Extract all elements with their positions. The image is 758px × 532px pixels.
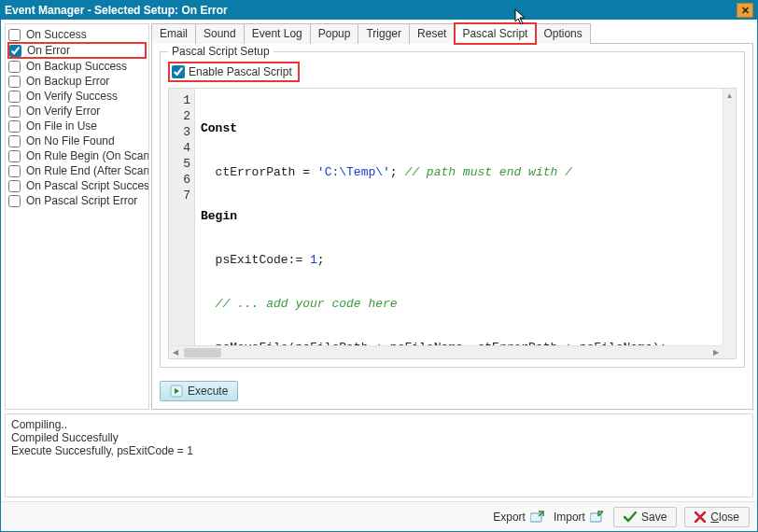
sidebar-item-on-file-in-use[interactable]: On File in Use [7,119,147,133]
sidebar-item-on-rule-begin-on-scan-[interactable]: On Rule Begin (On Scan) [7,148,147,163]
sidebar-item-on-backup-success[interactable]: On Backup Success [7,59,147,74]
tab-sound[interactable]: Sound [196,23,245,44]
export-icon[interactable] [529,509,546,525]
tab-reset[interactable]: Reset [410,23,455,44]
sidebar-checkbox[interactable] [8,165,21,177]
sidebar-item-on-no-file-found[interactable]: On No File Found [7,133,147,148]
sidebar-item-label: On Verify Error [26,105,100,118]
sidebar-item-on-backup-error[interactable]: On Backup Error [7,74,147,89]
play-icon [170,385,183,398]
scroll-right-icon[interactable]: ▶ [709,348,723,357]
sidebar-checkbox[interactable] [8,61,21,73]
x-icon [695,511,706,523]
sidebar-item-label: On Backup Error [26,75,109,88]
groupbox-title: Pascal Script Setup [168,45,274,58]
sidebar-checkbox[interactable] [8,180,21,192]
sidebar-checkbox[interactable] [8,120,21,133]
horizontal-scrollbar[interactable]: ◀ ▶ [169,345,723,358]
sidebar-item-label: On Pascal Script Success [26,179,149,192]
tab-options[interactable]: Options [536,23,590,44]
vertical-scrollbar[interactable]: ▲ [723,89,736,345]
titlebar: Event Manager - Selected Setup: On Error… [1,1,757,20]
sidebar-checkbox[interactable] [8,195,21,207]
tab-trigger[interactable]: Trigger [358,23,410,44]
output-log: Compiling.. Compiled Succesfully Execute… [5,413,753,497]
line-number: 6 [169,172,190,188]
line-number-gutter: 1234567 [169,89,195,345]
sidebar-item-label: On Rule Begin (On Scan) [26,149,149,162]
save-button[interactable]: Save [613,507,677,527]
save-label: Save [641,511,667,524]
pascal-script-group: Pascal Script Setup Enable Pascal Script… [160,51,745,368]
sidebar-item-on-error[interactable]: On Error [7,42,147,59]
sidebar-checkbox[interactable] [8,91,21,103]
sidebar-item-label: On Verify Success [26,90,118,103]
sidebar-checkbox[interactable] [8,105,21,118]
export-button[interactable]: Export [493,511,526,524]
sidebar-item-on-rule-end-after-scan-[interactable]: On Rule End (After Scan) [7,163,147,178]
scroll-left-icon[interactable]: ◀ [169,348,182,357]
sidebar-item-label: On Pascal Script Error [26,194,137,207]
import-button[interactable]: Import [554,511,585,524]
sidebar-item-label: On No File Found [26,134,115,147]
tab-popup[interactable]: Popup [311,23,359,44]
close-icon[interactable]: ✕ [737,3,753,18]
close-label: Close [710,511,739,524]
window-title: Event Manager - Selected Setup: On Error [5,4,228,17]
line-number: 4 [169,140,190,156]
tab-bar: EmailSoundEvent LogPopupTriggerResetPasc… [151,23,753,44]
enable-pascal-script-checkbox[interactable]: Enable Pascal Script [168,62,300,82]
enable-pascal-script-input[interactable] [172,65,185,78]
execute-button[interactable]: Execute [160,381,238,401]
tab-pascal-script[interactable]: Pascal Script [455,23,536,44]
enable-pascal-script-label: Enable Pascal Script [189,65,292,78]
close-button[interactable]: Close [684,507,750,527]
sidebar-item-label: On Success [26,28,87,41]
execute-label: Execute [188,385,228,398]
sidebar-item-label: On Rule End (After Scan) [26,164,149,177]
check-icon [624,511,637,523]
sidebar-item-label: On Backup Success [26,60,127,73]
line-number: 7 [169,188,190,203]
sidebar-checkbox[interactable] [9,45,21,57]
sidebar-item-on-pascal-script-success[interactable]: On Pascal Script Success [7,178,147,193]
tab-event-log[interactable]: Event Log [245,23,311,44]
sidebar-item-on-pascal-script-error[interactable]: On Pascal Script Error [7,193,147,208]
line-number: 2 [169,108,190,124]
code-area[interactable]: Const ctErrorPath = 'C:\Temp\'; // path … [195,89,723,345]
sidebar-item-on-success[interactable]: On Success [7,27,147,42]
code-editor[interactable]: 1234567 Const ctErrorPath = 'C:\Temp\'; … [168,88,737,359]
sidebar-checkbox[interactable] [8,29,21,41]
sidebar-item-label: On Error [27,44,70,57]
footer: Export Import Save Close [1,501,757,531]
sidebar-item-on-verify-error[interactable]: On Verify Error [7,104,147,119]
line-number: 5 [169,156,190,172]
sidebar-item-label: On File in Use [26,119,97,133]
event-list: On SuccessOn ErrorOn Backup SuccessOn Ba… [5,23,149,410]
tab-content: Pascal Script Setup Enable Pascal Script… [151,43,753,410]
scroll-thumb[interactable] [184,348,221,357]
sidebar-checkbox[interactable] [8,76,21,88]
tab-email[interactable]: Email [151,23,196,44]
line-number: 1 [169,92,190,108]
sidebar-checkbox[interactable] [8,150,21,162]
line-number: 3 [169,124,190,140]
scroll-up-icon[interactable]: ▲ [723,89,736,102]
import-icon[interactable] [589,509,606,525]
sidebar-checkbox[interactable] [8,135,21,147]
sidebar-item-on-verify-success[interactable]: On Verify Success [7,89,147,104]
event-manager-window: Event Manager - Selected Setup: On Error… [0,0,758,532]
